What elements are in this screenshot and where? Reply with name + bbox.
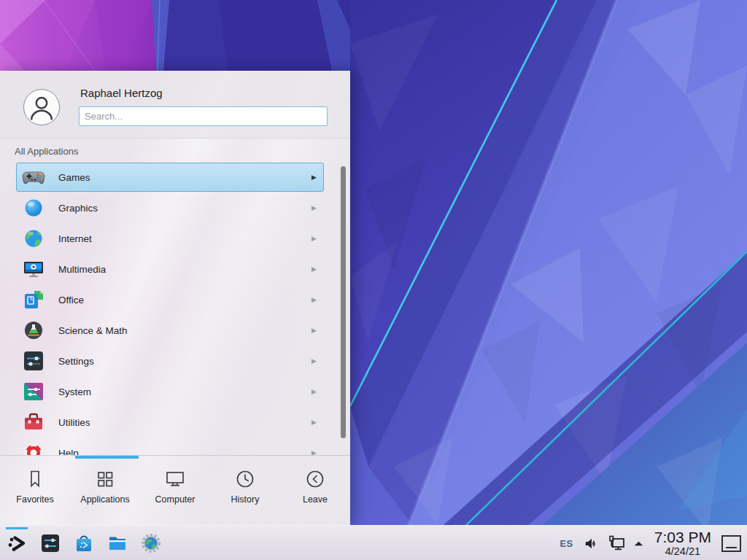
submenu-arrow-icon: ▶ bbox=[311, 419, 317, 426]
toolbox-icon bbox=[22, 411, 45, 434]
keyboard-layout-indicator[interactable]: ES bbox=[560, 538, 573, 549]
section-label: All Applications bbox=[15, 146, 78, 157]
menu-item-graphics[interactable]: Graphics ▶ bbox=[16, 193, 324, 222]
active-tab-indicator bbox=[75, 456, 139, 459]
show-desktop-button[interactable] bbox=[721, 535, 741, 552]
system-tray: ES bbox=[560, 526, 743, 560]
launcher-header: Raphael Hertzog bbox=[0, 71, 350, 139]
user-avatar[interactable] bbox=[23, 89, 60, 125]
taskbar: ES bbox=[0, 525, 747, 560]
clock-icon bbox=[233, 467, 257, 491]
submenu-arrow-icon: ▶ bbox=[311, 265, 317, 273]
discover-icon bbox=[74, 533, 94, 553]
folder-icon bbox=[107, 533, 128, 553]
app-grid-icon bbox=[93, 467, 117, 491]
menu-item-label: Internet bbox=[58, 233, 92, 244]
volume-icon[interactable] bbox=[583, 535, 600, 552]
tab-label: Applications bbox=[80, 494, 129, 505]
menu-item-utilities[interactable]: Utilities ▶ bbox=[16, 408, 324, 437]
kickoff-launcher-button[interactable] bbox=[6, 526, 28, 560]
bookmark-icon bbox=[23, 467, 47, 491]
menu-item-system[interactable]: System ▶ bbox=[16, 377, 324, 406]
submenu-arrow-icon: ▶ bbox=[311, 235, 317, 242]
web-browser-button[interactable] bbox=[140, 526, 162, 560]
menu-item-label: Office bbox=[58, 295, 84, 306]
system-settings-button[interactable] bbox=[39, 526, 61, 560]
tab-label: Computer bbox=[155, 494, 196, 505]
search-input[interactable] bbox=[79, 106, 328, 126]
clock-time: 7:03 PM bbox=[654, 529, 711, 545]
tab-applications[interactable]: Applications bbox=[70, 456, 140, 525]
menu-item-science-math[interactable]: Science & Math ▶ bbox=[16, 316, 324, 345]
scrollbar[interactable] bbox=[341, 166, 346, 438]
document-icon bbox=[22, 288, 45, 311]
blue-sphere-icon bbox=[22, 196, 45, 219]
menu-item-label: Science & Math bbox=[58, 325, 128, 336]
tab-computer[interactable]: Computer bbox=[140, 456, 210, 525]
flask-icon bbox=[22, 319, 45, 342]
menu-item-label: Help bbox=[58, 448, 79, 456]
category-list: Games ▶ Graphics ▶ bbox=[0, 163, 350, 455]
menu-item-label: System bbox=[58, 386, 91, 397]
submenu-arrow-icon: ▶ bbox=[311, 327, 317, 334]
desktop: Raphael Hertzog All Applications bbox=[0, 0, 747, 560]
menu-item-multimedia[interactable]: Multimedia ▶ bbox=[16, 254, 324, 284]
globe-gear-icon bbox=[141, 533, 161, 553]
gamepad-icon bbox=[22, 166, 45, 189]
file-manager-button[interactable] bbox=[107, 526, 128, 560]
submenu-arrow-icon: ▶ bbox=[311, 296, 317, 303]
menu-item-internet[interactable]: Internet ▶ bbox=[16, 224, 324, 253]
submenu-arrow-icon: ▶ bbox=[311, 449, 317, 455]
menu-item-label: Graphics bbox=[58, 203, 98, 214]
user-avatar-icon bbox=[24, 90, 59, 125]
tab-leave[interactable]: Leave bbox=[280, 456, 350, 525]
discover-button[interactable] bbox=[73, 526, 95, 560]
taskbar-launchers bbox=[6, 526, 162, 560]
tab-label: Favorites bbox=[16, 494, 53, 505]
menu-item-office[interactable]: Office ▶ bbox=[16, 285, 324, 314]
submenu-arrow-icon: ▶ bbox=[311, 357, 317, 365]
life-preserver-icon bbox=[22, 441, 45, 455]
wired-network-icon[interactable] bbox=[608, 534, 627, 553]
tab-label: History bbox=[231, 494, 260, 505]
submenu-arrow-icon: ▶ bbox=[311, 388, 317, 395]
tab-bar: Favorites Applications bbox=[0, 455, 350, 525]
submenu-arrow-icon: ▶ bbox=[311, 204, 317, 211]
clock-date: 4/24/21 bbox=[654, 546, 711, 557]
menu-item-settings[interactable]: Settings ▶ bbox=[16, 346, 324, 376]
menu-item-label: Multimedia bbox=[58, 264, 106, 275]
user-name: Raphael Hertzog bbox=[80, 87, 163, 99]
menu-item-label: Settings bbox=[58, 356, 94, 367]
tab-favorites[interactable]: Favorites bbox=[0, 456, 70, 525]
digital-clock[interactable]: 7:03 PM 4/24/21 bbox=[654, 529, 711, 557]
leave-circle-icon bbox=[303, 467, 327, 491]
submenu-arrow-icon: ▶ bbox=[311, 174, 317, 181]
tab-history[interactable]: History bbox=[210, 456, 280, 525]
globe-icon bbox=[22, 227, 45, 250]
computer-icon bbox=[163, 467, 187, 491]
monitor-play-icon bbox=[22, 257, 45, 281]
sliders-color-icon bbox=[22, 380, 45, 403]
menu-item-games[interactable]: Games ▶ bbox=[16, 163, 324, 192]
expand-tray-arrow-icon[interactable] bbox=[632, 537, 646, 551]
tab-label: Leave bbox=[303, 494, 328, 505]
menu-item-label: Utilities bbox=[58, 417, 90, 428]
menu-item-label: Games bbox=[58, 172, 90, 183]
launcher-active-indicator bbox=[6, 527, 28, 529]
system-settings-icon bbox=[40, 533, 61, 553]
application-launcher-menu: Raphael Hertzog All Applications bbox=[0, 71, 350, 525]
sliders-dark-icon bbox=[22, 349, 45, 373]
kde-launcher-icon bbox=[7, 533, 27, 553]
menu-item-help[interactable]: Help ▶ bbox=[16, 438, 324, 455]
